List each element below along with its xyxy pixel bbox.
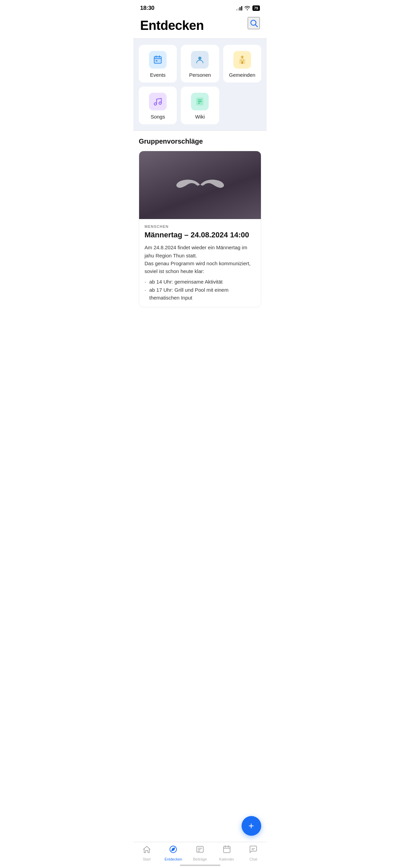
header-area: Entdecken [133,14,267,38]
songs-icon-wrap [149,93,167,110]
svg-line-1 [255,25,258,27]
group-description: Am 24.8.2024 findet wieder ein Männertag… [145,243,255,275]
gemeinden-icon-wrap [233,51,251,69]
wifi-icon [244,5,250,11]
status-time: 18:30 [140,5,154,12]
signal-bars-icon [236,6,242,11]
suggestions-title: Gruppenvorschläge [139,138,261,145]
songs-label: Songs [151,114,165,120]
personen-icon-wrap [191,51,209,69]
svg-rect-2 [154,57,161,64]
status-bar: 18:30 79 [133,0,267,14]
category-section: Events Personen [133,39,267,130]
calendar-icon [153,55,163,65]
wiki-label: Wiki [195,114,205,120]
group-card-body: MENSCHEN Männertag – 24.08.2024 14:00 Am… [139,219,261,307]
category-card-personen[interactable]: Personen [181,45,219,83]
svg-point-10 [154,103,157,105]
page-title: Entdecken [140,18,260,33]
church-icon [237,55,247,65]
bullet-item-1: ab 14 Uhr: gemeinsame Aktivität [145,278,255,286]
category-card-gemeinden[interactable]: Gemeinden [223,45,261,83]
category-grid-row2: Songs Wiki [139,87,261,124]
group-category: MENSCHEN [145,224,255,229]
book-icon [195,97,205,106]
music-icon [153,97,163,106]
wiki-icon-wrap [191,93,209,110]
battery-icon: 79 [252,5,260,11]
category-grid-row1: Events Personen [139,45,261,83]
bullet-item-2: ab 17 Uhr: Grill und Pool mit einem them… [145,286,255,302]
group-card[interactable]: MENSCHEN Männertag – 24.08.2024 14:00 Am… [139,151,261,307]
category-card-wiki[interactable]: Wiki [181,87,219,124]
suggestions-section: Gruppenvorschläge MENSCHEN Männertag – 2… [133,131,267,307]
svg-point-11 [159,102,161,104]
group-card-image [139,151,261,219]
personen-label: Personen [189,72,211,78]
status-icons: 79 [236,5,260,11]
group-title: Männertag – 24.08.2024 14:00 [145,231,255,239]
events-icon-wrap [149,51,167,69]
svg-rect-7 [156,60,157,61]
category-card-songs[interactable]: Songs [139,87,177,124]
svg-point-8 [198,57,202,60]
svg-rect-9 [241,61,243,64]
search-button[interactable] [248,17,260,29]
gemeinden-label: Gemeinden [229,72,255,78]
group-bullets: ab 14 Uhr: gemeinsame Aktivität ab 17 Uh… [145,278,255,302]
person-icon [195,55,205,65]
search-icon [249,19,258,28]
events-label: Events [150,72,166,78]
category-card-events[interactable]: Events [139,45,177,83]
mustache-icon [173,173,227,197]
